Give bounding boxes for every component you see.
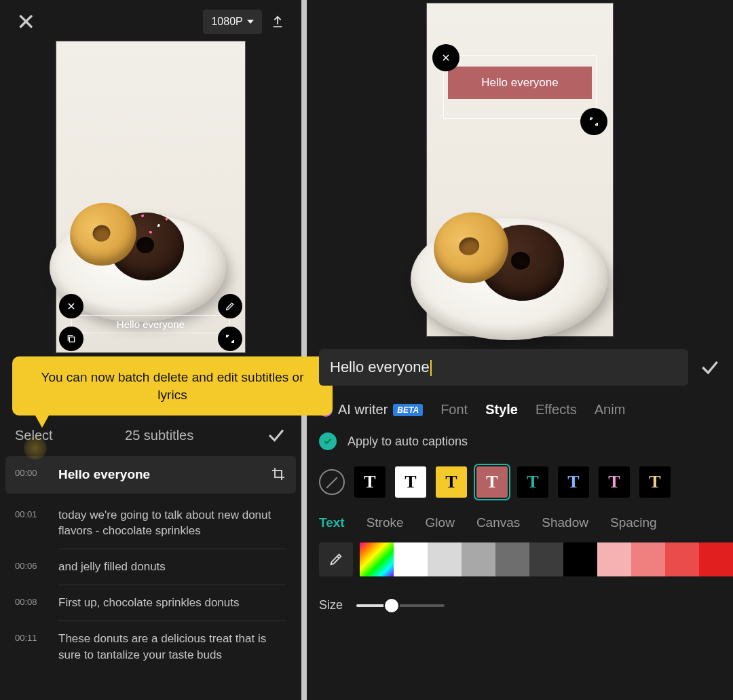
caption-edit-handle[interactable]	[218, 294, 242, 318]
panel-divider	[301, 0, 307, 700]
color-swatch[interactable]	[529, 542, 563, 576]
style-presets: TTTTTTTT	[307, 460, 733, 500]
style-preset[interactable]: T	[354, 466, 386, 498]
preview-wrap: Hello everyone	[307, 0, 733, 337]
size-label: Size	[319, 598, 343, 612]
subtitle-row[interactable]: 00:06and jelly filled donuts	[5, 549, 296, 585]
chevron-down-icon	[247, 20, 254, 24]
style-preset[interactable]: T	[436, 466, 467, 498]
resolution-label: 1080P	[211, 16, 242, 28]
subtitle-row[interactable]: 00:00Hello everyone	[5, 456, 296, 494]
subtitle-timestamp: 00:11	[15, 631, 48, 643]
svg-rect-0	[69, 337, 74, 342]
subtitle-text: and jelly filled donuts	[58, 559, 286, 575]
subtitle-row[interactable]: 00:11These donuts are a delicious treat …	[5, 621, 296, 673]
text-input-row: Hello everyone	[307, 337, 733, 390]
apply-label: Apply to auto captions	[347, 435, 468, 449]
close-icon[interactable]: ✕	[16, 10, 35, 33]
style-subtabs: Text Stroke Glow Canvas Shadow Spacing	[307, 500, 733, 536]
color-swatches	[307, 536, 733, 581]
caption-resize-handle[interactable]	[218, 327, 242, 351]
style-preset[interactable]: T	[639, 466, 671, 498]
color-swatch[interactable]	[665, 542, 699, 576]
subtitle-timestamp: 00:00	[15, 466, 48, 478]
style-tabs: AI writer BETA Font Style Effects Anim	[307, 390, 733, 423]
subtitle-row[interactable]: 00:08First up, chocolate sprinkles donut…	[5, 585, 296, 621]
apply-checkbox[interactable]	[319, 432, 337, 450]
size-row: Size	[307, 581, 733, 619]
subtab-shadow[interactable]: Shadow	[542, 515, 588, 530]
color-swatch[interactable]	[699, 542, 733, 576]
confirm-icon[interactable]	[699, 356, 721, 378]
no-style-button[interactable]	[319, 469, 345, 495]
crop-icon[interactable]	[270, 466, 286, 482]
style-preset[interactable]: T	[517, 466, 548, 498]
subtitle-timestamp: 00:06	[15, 559, 48, 571]
subtitle-text: First up, chocolate sprinkles donuts	[58, 595, 286, 611]
preview-wrap: Hello everyone	[0, 37, 301, 353]
caption-input[interactable]: Hello everyone	[319, 349, 688, 386]
subtab-text[interactable]: Text	[319, 515, 345, 530]
subtitle-text: These donuts are a delicious treat that …	[58, 631, 286, 663]
caption-copy-handle[interactable]	[59, 327, 83, 351]
hint-highlight	[23, 436, 48, 460]
caption-delete-handle[interactable]	[432, 44, 459, 71]
color-swatch[interactable]	[462, 542, 495, 576]
eyedropper-button[interactable]	[319, 542, 353, 576]
hint-tooltip: You can now batch delete and edit subtit…	[12, 356, 333, 416]
style-panel: Hello everyone Hello everyone AI writer …	[307, 0, 733, 700]
subtab-canvas[interactable]: Canvas	[476, 515, 520, 530]
tab-ai-writer[interactable]: AI writer BETA	[319, 402, 423, 418]
caption-resize-handle[interactable]	[580, 108, 607, 135]
color-swatch[interactable]	[394, 542, 428, 576]
caption-text: Hello everyone	[448, 67, 592, 99]
size-slider[interactable]	[356, 604, 445, 607]
caption-overlay[interactable]: Hello everyone	[71, 315, 230, 333]
color-swatch[interactable]	[563, 542, 597, 576]
color-swatch[interactable]	[631, 542, 665, 576]
style-preset[interactable]: T	[395, 466, 426, 498]
subtitle-text: today we're going to talk about new donu…	[58, 507, 286, 540]
caption-overlay[interactable]: Hello everyone	[443, 55, 597, 119]
subtitles-panel: ✕ 1080P Hello everyone	[0, 0, 301, 700]
subtitle-timestamp: 00:01	[15, 507, 48, 519]
color-swatch-gradient[interactable]	[360, 542, 394, 576]
tab-effects[interactable]: Effects	[535, 402, 577, 418]
resolution-dropdown[interactable]: 1080P	[203, 10, 261, 34]
subtab-glow[interactable]: Glow	[426, 515, 455, 530]
style-preset[interactable]: T	[558, 466, 589, 498]
caption-text: Hello everyone	[117, 318, 185, 330]
tab-style[interactable]: Style	[485, 402, 518, 418]
video-preview[interactable]: Hello everyone	[426, 3, 614, 337]
tab-font[interactable]: Font	[440, 402, 468, 418]
subtitle-text: Hello everyone	[58, 466, 259, 484]
style-preset[interactable]: T	[599, 466, 630, 498]
style-preset[interactable]: T	[476, 466, 508, 498]
color-swatch[interactable]	[428, 542, 462, 576]
subtitle-row[interactable]: 00:01today we're going to talk about new…	[5, 498, 296, 549]
subtab-stroke[interactable]: Stroke	[366, 515, 404, 530]
subtitle-timestamp: 00:08	[15, 595, 48, 607]
subtab-spacing[interactable]: Spacing	[610, 515, 657, 530]
apply-row: Apply to auto captions	[307, 423, 733, 460]
subtitle-count: 25 subtitles	[53, 428, 266, 443]
color-swatch[interactable]	[597, 542, 631, 576]
subtitles-list[interactable]: 00:00Hello everyone00:01today we're goin…	[0, 456, 301, 700]
video-preview[interactable]: Hello everyone	[56, 41, 246, 353]
tab-animation[interactable]: Anim	[595, 402, 626, 418]
beta-badge: BETA	[393, 404, 423, 416]
caption-delete-handle[interactable]	[59, 294, 83, 318]
color-swatch[interactable]	[495, 542, 529, 576]
text-caret	[430, 360, 432, 376]
export-icon[interactable]	[270, 14, 285, 29]
confirm-icon[interactable]	[266, 425, 286, 445]
left-header: ✕ 1080P	[0, 0, 301, 37]
